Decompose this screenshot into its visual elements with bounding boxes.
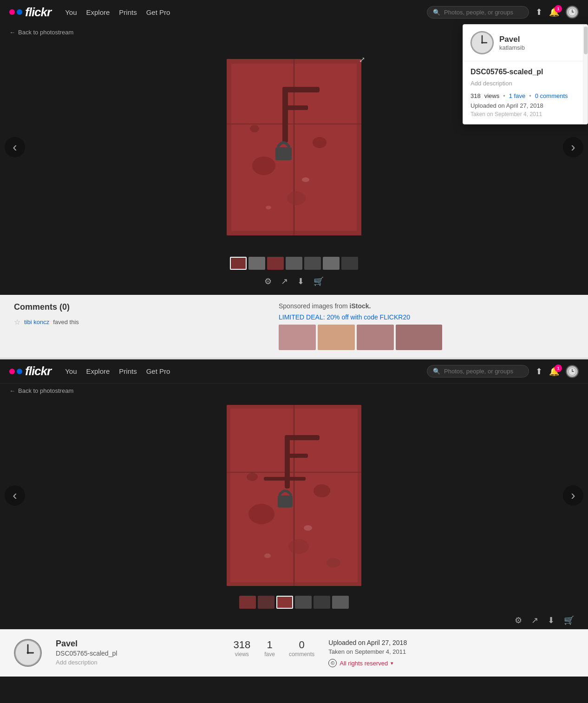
user-dropdown-panel: Pavel katlamsib DSC05765-scaled_pl Add d… <box>463 24 588 124</box>
thumbnail-3[interactable] <box>267 257 284 270</box>
cart-icon-bottom[interactable]: 🛒 <box>564 615 574 625</box>
svg-rect-32 <box>278 495 293 508</box>
nav-prints[interactable]: Prints <box>119 8 137 16</box>
search-icon: 🔍 <box>433 9 440 16</box>
settings-icon[interactable]: ⚙ <box>264 276 272 286</box>
thumbnail-5[interactable] <box>304 257 321 270</box>
rights-dropdown-icon[interactable]: ▾ <box>391 660 393 666</box>
sponsored-image-3[interactable] <box>357 325 394 350</box>
svg-point-12 <box>313 137 327 148</box>
sponsored-image-2[interactable] <box>318 325 355 350</box>
back-to-photostream-bottom[interactable]: ← Back to photostream <box>0 384 588 398</box>
thumb-b-2[interactable] <box>258 596 274 609</box>
navbar-right-bottom: 🔍 ⬆ 🔔 1 <box>427 365 579 378</box>
expand-button-top[interactable]: ⤢ <box>359 55 365 64</box>
faves-stat: 1 fave <box>264 639 275 657</box>
sponsored-title: Sponsored images from iStock. <box>279 302 574 310</box>
thumbnail-7[interactable] <box>341 257 358 270</box>
thumb-b-3[interactable] <box>276 596 293 609</box>
fave-label: fave <box>264 651 275 657</box>
svg-point-15 <box>302 177 309 182</box>
logo-bottom[interactable]: flickr <box>9 364 51 378</box>
navbar-top: flickr You Explore Prints Get Pro 🔍 ⬆ 🔔 … <box>0 0 588 24</box>
upload-date-dropdown: Uploaded on April 27, 2018 <box>470 102 580 109</box>
next-photo-button-top[interactable]: › <box>563 137 583 157</box>
svg-point-16 <box>266 206 271 209</box>
nav-get-pro-bottom[interactable]: Get Pro <box>146 367 170 375</box>
fave-link[interactable]: 1 fave <box>509 92 525 99</box>
thumb-b-1[interactable] <box>239 596 256 609</box>
next-photo-button-bottom[interactable]: › <box>563 485 583 506</box>
nav-you[interactable]: You <box>65 8 77 16</box>
cart-icon[interactable]: 🛒 <box>314 276 324 286</box>
dropdown-scrollbar[interactable] <box>583 25 588 124</box>
upload-button[interactable]: ⬆ <box>536 7 542 17</box>
svg-rect-7 <box>282 87 288 143</box>
prev-photo-button-bottom[interactable]: ‹ <box>5 485 25 506</box>
sponsored-section: Sponsored images from iStock. LIMITED DE… <box>279 302 574 350</box>
search-input[interactable] <box>444 9 523 16</box>
views-label: views <box>234 651 251 657</box>
svg-rect-30 <box>285 454 308 458</box>
thumb-b-4[interactable] <box>295 596 312 609</box>
back-arrow-icon: ← <box>9 29 15 36</box>
user-avatar-button[interactable] <box>566 6 579 19</box>
views-num: 318 <box>234 639 251 651</box>
sponsored-image-4[interactable] <box>396 325 442 350</box>
sponsored-image-1[interactable] <box>279 325 316 350</box>
viewer-area-bottom: ‹ <box>0 398 588 593</box>
info-photo-name: DSC05765-scaled_pl <box>56 650 220 657</box>
nav-explore[interactable]: Explore <box>86 8 110 16</box>
nav-get-pro[interactable]: Get Pro <box>146 8 170 16</box>
download-icon-bottom[interactable]: ⬇ <box>548 615 555 625</box>
info-user-section: Pavel DSC05765-scaled_pl Add description <box>56 639 220 666</box>
logo-text-bottom: flickr <box>25 364 51 378</box>
info-add-description[interactable]: Add description <box>56 659 220 666</box>
logo[interactable]: flickr <box>9 5 51 20</box>
views-count: 318 <box>470 92 481 99</box>
svg-point-43 <box>27 652 29 654</box>
thumb-b-6[interactable] <box>332 596 349 609</box>
deal-text[interactable]: LIMITED DEAL: 20% off with code FLICKR20 <box>279 313 574 321</box>
nav-explore-bottom[interactable]: Explore <box>86 367 110 375</box>
star-icon: ☆ <box>14 318 20 326</box>
dropdown-body: DSC05765-scaled_pl Add description 318 v… <box>463 61 588 124</box>
info-user-avatar[interactable] <box>14 639 42 667</box>
upload-button-bottom[interactable]: ⬆ <box>536 366 542 377</box>
share-icon-bottom[interactable]: ↗ <box>531 615 538 625</box>
faved-text: faved this <box>53 319 79 325</box>
add-description-dropdown[interactable]: Add description <box>470 80 580 87</box>
faved-user-link[interactable]: tibi koncz <box>24 319 49 325</box>
logo-dot-pink <box>9 9 15 15</box>
nav-prints-bottom[interactable]: Prints <box>119 367 137 375</box>
notifications-button[interactable]: 🔔 1 <box>549 7 559 17</box>
photo-actions-top: ⚙ ↗ ⬇ 🛒 <box>0 273 588 290</box>
logo-dot-blue-bottom <box>17 369 22 374</box>
settings-icon-bottom[interactable]: ⚙ <box>515 615 522 625</box>
download-icon[interactable]: ⬇ <box>297 276 304 286</box>
logo-dot-pink-bottom <box>9 369 15 374</box>
search-box[interactable]: 🔍 <box>427 6 529 19</box>
dropdown-username: Pavel <box>499 35 525 44</box>
thumbnail-2[interactable] <box>248 257 265 270</box>
navbar-right: 🔍 ⬆ 🔔 1 <box>427 6 579 19</box>
share-icon[interactable]: ↗ <box>281 276 288 286</box>
thumbnail-4[interactable] <box>286 257 302 270</box>
svg-point-38 <box>264 553 271 558</box>
svg-point-36 <box>247 473 258 481</box>
svg-point-11 <box>252 156 275 175</box>
prev-photo-button-top[interactable]: ‹ <box>5 137 25 157</box>
copyright-icon: © <box>328 659 337 667</box>
comments-link[interactable]: 0 comments <box>535 92 568 99</box>
thumb-b-5[interactable] <box>314 596 330 609</box>
notification-badge: 1 <box>555 5 562 13</box>
fave-num: 1 <box>264 639 275 651</box>
user-avatar-button-bottom[interactable] <box>566 365 579 378</box>
rights-text[interactable]: All rights reserved <box>340 660 388 667</box>
nav-you-bottom[interactable]: You <box>65 367 77 375</box>
search-input-bottom[interactable] <box>444 368 523 375</box>
notifications-button-bottom[interactable]: 🔔 1 <box>549 366 559 377</box>
search-box-bottom[interactable]: 🔍 <box>427 365 529 378</box>
thumbnail-6[interactable] <box>323 257 340 270</box>
thumbnail-1[interactable] <box>230 257 247 270</box>
